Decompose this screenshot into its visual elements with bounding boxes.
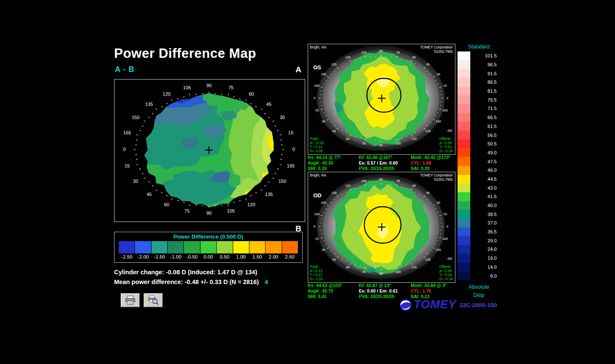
legend-swatches [119, 241, 298, 253]
svg-text:45: 45 [426, 63, 429, 66]
scale-row: 44.5 [458, 175, 500, 184]
legend-value: 2.50 [282, 254, 298, 259]
svg-text:135: 135 [331, 191, 337, 195]
scale-row: 71.5 [458, 104, 500, 113]
scale-name: Standard [458, 44, 500, 50]
svg-text:60: 60 [249, 91, 254, 97]
svg-text:135: 135 [265, 192, 273, 197]
tomey-logo-icon [399, 299, 412, 311]
offsets-z: Z= -0.29 [439, 149, 453, 154]
svg-text:60: 60 [412, 184, 416, 188]
scale-row: 81.5 [458, 87, 500, 96]
svg-text:120: 120 [412, 137, 417, 141]
legend-swatch [119, 241, 135, 253]
svg-text:45: 45 [332, 129, 336, 133]
illumination-label: Bright, Iris [310, 45, 326, 49]
svg-text:15: 15 [443, 212, 447, 216]
legend-swatch [217, 241, 233, 253]
scale-value: 38.5 [470, 212, 497, 217]
stat-cell: AvgK: 43.75 [308, 288, 359, 294]
stat-cell: CYL: 1.76 [411, 288, 455, 294]
scale-swatch [458, 183, 470, 192]
scale-value: 91.5 [470, 71, 497, 76]
scale-value: 96.5 [470, 62, 497, 67]
stat-cell: Es: 0.60 / Em: 0.61 [359, 288, 411, 294]
scale-row: 14.0 [458, 263, 500, 272]
print-preview-button[interactable] [143, 293, 163, 307]
scale-swatch [458, 210, 470, 219]
svg-text:75: 75 [362, 142, 365, 145]
scale-value: 40.0 [470, 203, 497, 208]
scale-value: 46.0 [470, 168, 497, 173]
stat-cell: Kf: 42.46 @167° [359, 155, 411, 160]
scale-row: 19.0 [458, 254, 500, 263]
difference-map-panel: 0153045607590105120135150165015304560759… [114, 79, 305, 222]
scale-value: 76.5 [470, 97, 497, 102]
svg-text:120: 120 [345, 55, 351, 59]
eye-map-canvas-os: 0153045607590105120135150165015304560759… [308, 44, 454, 154]
mean-difference-text: Mean power difference: -0.48 +/- 0.33 D … [114, 279, 259, 285]
legend-swatch [200, 241, 217, 253]
scale-row: 61.5 [458, 122, 500, 131]
legend-values: -2.50-2.00-1.50-1.00-0.500.000.501.001.5… [119, 254, 298, 259]
scale-row: 91.5 [458, 69, 500, 78]
vendor-label: TOMEY Corporation [420, 173, 453, 177]
scale-value: 14.0 [470, 264, 497, 270]
scale-value: 47.5 [470, 159, 497, 164]
svg-text:0: 0 [314, 96, 315, 100]
scale-swatch [458, 69, 470, 78]
svg-text:60: 60 [164, 202, 169, 207]
scale-value: 86.5 [470, 80, 497, 85]
device-model-label: 22C-200S-100 [460, 302, 497, 308]
svg-text:0: 0 [446, 225, 448, 228]
exam-file-label: 01202.TMS [434, 49, 453, 54]
svg-text:150: 150 [321, 201, 326, 205]
svg-text:45: 45 [146, 192, 152, 197]
difference-scale-legend: Power Difference (0.500 D) -2.50-2.00-1.… [114, 232, 303, 263]
keratometry-stats-od: Ks: 44.63 @103°Kf: 42.87 @ 13°MinK: 42.8… [308, 283, 455, 299]
stat-cell: PVA: 20/15-20/25 [359, 166, 411, 171]
scale-swatch [458, 175, 470, 184]
svg-text:15: 15 [315, 108, 318, 112]
eye-map-od: 0153045607590105120135150165015304560759… [308, 172, 455, 283]
scale-row: 29.0 [458, 236, 500, 245]
stat-cell: Es: 0.57 / Em: 0.60 [359, 160, 411, 166]
svg-text:60: 60 [346, 137, 349, 141]
pupil-readout: Pupil X= 0.12 Y= 0.21 D= 3.33 [310, 265, 323, 281]
scale-row: 24.0 [458, 245, 500, 254]
scale-value: 66.5 [470, 115, 497, 120]
legend-value: 0.00 [200, 254, 216, 259]
svg-text:105: 105 [183, 85, 191, 90]
svg-text:75: 75 [184, 208, 189, 213]
legend-title: Power Difference (0.500 D) [114, 233, 302, 240]
scale-value: 37.0 [470, 220, 497, 225]
svg-text:75: 75 [228, 85, 233, 90]
offsets-z: Z= -0.34 [439, 277, 453, 282]
svg-text:15: 15 [315, 237, 318, 241]
svg-text:135: 135 [331, 63, 337, 66]
legend-value: 0.50 [217, 254, 233, 259]
svg-text:135: 135 [145, 102, 153, 107]
svg-text:105: 105 [395, 270, 401, 274]
svg-text:135: 135 [425, 129, 431, 133]
scale-value: 29.0 [470, 238, 497, 243]
legend-swatch [152, 241, 168, 253]
scale-swatch [458, 245, 470, 254]
print-button[interactable] [120, 293, 140, 307]
print-preview-icon [148, 296, 159, 305]
scale-row: 43.0 [458, 183, 500, 192]
svg-text:75: 75 [362, 270, 365, 274]
page-title: Power Difference Map [114, 46, 256, 61]
svg-text:60: 60 [346, 265, 349, 269]
svg-text:165: 165 [442, 108, 448, 112]
offsets-readout: Offsets X= 0.06 Y= 0.04 Z= -0.34 [439, 265, 453, 281]
svg-text:0: 0 [446, 96, 448, 100]
eye-side-label: OD [313, 192, 322, 199]
scale-swatch [458, 271, 470, 280]
scale-value: 19.0 [470, 256, 497, 261]
footnote-marker: 4 [265, 279, 268, 285]
svg-text:30: 30 [322, 248, 325, 252]
scale-value: 49.0 [470, 150, 497, 155]
scale-swatch [458, 113, 470, 122]
svg-text:15: 15 [125, 163, 130, 168]
